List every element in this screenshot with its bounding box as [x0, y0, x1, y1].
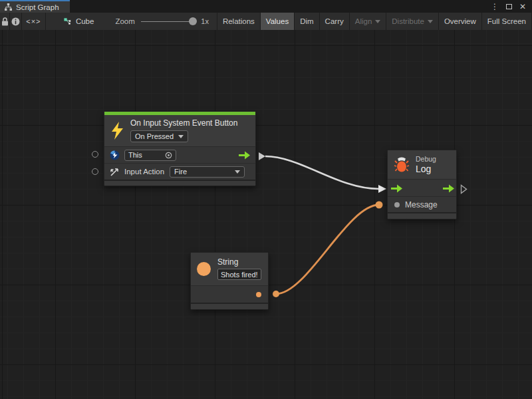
- event-node-this-row: This: [104, 146, 255, 163]
- distribute-button[interactable]: Distribute: [386, 13, 439, 30]
- event-node-input-action-row: Input Action Fire: [104, 163, 255, 180]
- event-node-footer[interactable]: [104, 180, 255, 186]
- visual-scripting-window: Script Graph ⋮ ✕ <×>: [0, 0, 532, 399]
- values-button[interactable]: Values: [261, 13, 295, 30]
- string-node-output-row: [191, 285, 268, 303]
- window-menu-icon[interactable]: ⋮: [491, 3, 499, 11]
- debug-node-name: Log: [416, 164, 436, 174]
- node-debug-log[interactable]: Debug Log Message: [387, 150, 457, 219]
- graph-toolbar: <×> Cube Zoom 1x Relations Values Dim Ca…: [0, 13, 532, 30]
- relations-button[interactable]: Relations: [217, 13, 261, 30]
- zoom-value: 1x: [201, 17, 209, 25]
- node-string-literal[interactable]: String Shots fired!: [190, 252, 269, 310]
- event-node-header[interactable]: On Input System Event Button On Pressed: [104, 115, 255, 146]
- value-wire-start-dot[interactable]: [273, 291, 279, 297]
- input-action-dropdown[interactable]: Fire: [170, 166, 245, 178]
- trigger-input-port[interactable]: [391, 184, 402, 193]
- object-picker-icon[interactable]: [165, 152, 172, 159]
- title-bar: Script Graph ⋮ ✕: [0, 0, 532, 13]
- debug-node-footer[interactable]: [388, 212, 456, 219]
- dim-button[interactable]: Dim: [295, 13, 319, 30]
- graph-context-section: Cube Zoom 1x: [46, 13, 217, 30]
- window-controls: ⋮ ✕: [491, 0, 532, 13]
- string-node-footer[interactable]: [191, 303, 268, 309]
- debug-node-flow-row: [388, 179, 456, 196]
- lock-icon: [1, 17, 9, 26]
- lock-button[interactable]: [0, 13, 10, 30]
- info-icon: [11, 17, 20, 26]
- chevron-down-icon: [235, 170, 240, 174]
- tab-script-graph[interactable]: Script Graph: [0, 0, 70, 13]
- flow-continuation-triangle[interactable]: [460, 184, 467, 194]
- node-on-input-system-event-button[interactable]: On Input System Event Button On Pressed …: [104, 111, 256, 186]
- script-graph-asset-icon: [64, 17, 71, 25]
- wire-end-arrowhead[interactable]: [378, 185, 386, 193]
- graph-owner-label[interactable]: Cube: [76, 17, 94, 25]
- value-wire[interactable]: [276, 205, 379, 294]
- this-input-port[interactable]: [92, 151, 98, 158]
- value-wire-end-dot[interactable]: [376, 201, 383, 209]
- maximize-icon[interactable]: [506, 4, 512, 9]
- input-action-label: Input Action: [124, 168, 164, 176]
- wire-start-triangle[interactable]: [259, 152, 265, 160]
- overview-button[interactable]: Overview: [439, 13, 482, 30]
- message-label: Message: [405, 200, 438, 209]
- this-object-field[interactable]: This: [124, 150, 176, 161]
- chevron-down-icon: [178, 135, 184, 138]
- string-type-icon: [197, 262, 211, 276]
- debug-node-message-row: Message: [388, 196, 456, 212]
- event-type-dropdown[interactable]: On Pressed: [130, 130, 188, 142]
- carry-button[interactable]: Carry: [320, 13, 350, 30]
- toolbar-buttons: Relations Values Dim Carry Align Distrib…: [217, 13, 532, 30]
- chevron-down-icon: [428, 20, 433, 23]
- string-node-header[interactable]: String Shots fired!: [191, 253, 268, 285]
- control-flow-wire[interactable]: [265, 156, 378, 189]
- trigger-output-port[interactable]: [443, 184, 454, 193]
- input-action-input-port[interactable]: [92, 168, 98, 175]
- string-value-field[interactable]: Shots fired!: [217, 269, 261, 280]
- graph-hierarchy-icon: [5, 3, 12, 11]
- zoom-slider-handle[interactable]: [189, 17, 197, 25]
- bug-icon: [394, 157, 410, 173]
- graph-canvas[interactable]: On Input System Event Button On Pressed …: [0, 30, 532, 399]
- chevron-down-icon: [375, 20, 380, 23]
- code-icon: <×>: [26, 17, 41, 25]
- debug-node-category: Debug: [416, 155, 436, 163]
- string-node-title: String: [217, 257, 261, 267]
- debug-node-header[interactable]: Debug Log: [388, 150, 456, 179]
- code-preview-button[interactable]: <×>: [22, 13, 46, 30]
- lightning-bolt-icon: [110, 122, 124, 140]
- close-icon[interactable]: ✕: [519, 3, 526, 11]
- fullscreen-button[interactable]: Full Screen: [482, 13, 532, 30]
- info-button[interactable]: [10, 13, 22, 30]
- string-output-port[interactable]: [256, 292, 261, 297]
- align-button[interactable]: Align: [350, 13, 387, 30]
- self-target-icon: [110, 150, 120, 160]
- input-action-icon: [110, 167, 120, 177]
- zoom-slider[interactable]: [141, 21, 195, 22]
- tab-label: Script Graph: [16, 3, 59, 11]
- zoom-label: Zoom: [115, 17, 134, 25]
- trigger-output-port[interactable]: [239, 151, 250, 160]
- event-node-title: On Input System Event Button: [130, 118, 237, 128]
- message-input-port[interactable]: [394, 202, 400, 207]
